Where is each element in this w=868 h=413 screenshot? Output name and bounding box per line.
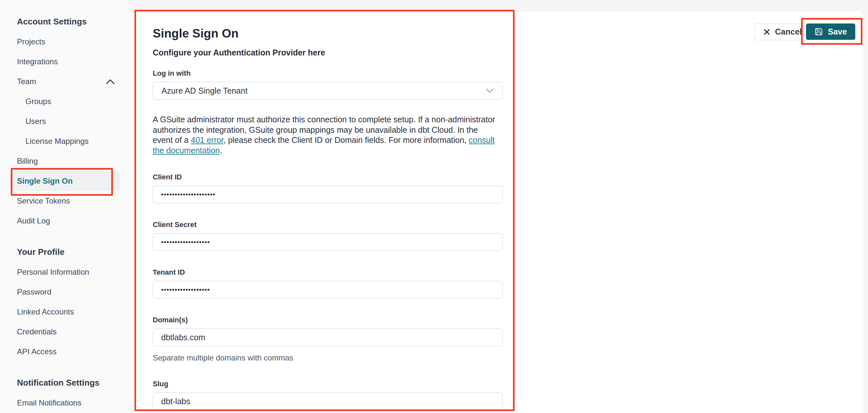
sidebar-item-single-sign-on[interactable]: Single Sign On <box>10 171 120 191</box>
provider-description: A GSuite administrator must authorize th… <box>153 115 499 156</box>
401-error-link[interactable]: 401 error <box>191 135 223 145</box>
client-secret-input[interactable] <box>153 233 502 251</box>
slug-group: Slug <box>153 380 502 410</box>
sidebar-item-billing[interactable]: Billing <box>10 151 120 171</box>
client-secret-group: Client Secret <box>153 221 502 251</box>
sso-form: Single Sign On Configure your Authentica… <box>153 11 502 410</box>
page-subtitle: Configure your Authentication Provider h… <box>153 48 502 57</box>
sidebar-item-integrations[interactable]: Integrations <box>10 52 120 71</box>
sidebar-item-email-notifications[interactable]: Email Notifications <box>10 393 120 413</box>
client-id-label: Client ID <box>153 173 502 181</box>
chevron-down-icon <box>486 88 494 93</box>
domains-helper-text: Separate multiple domains with commas <box>153 353 502 362</box>
sidebar-section-your-profile: Your Profile <box>0 242 131 262</box>
sidebar-item-password[interactable]: Password <box>10 282 120 302</box>
sidebar-item-audit-log[interactable]: Audit Log <box>10 211 120 231</box>
close-icon <box>764 29 770 35</box>
login-with-select[interactable]: Azure AD Single Tenant <box>153 82 502 100</box>
domains-label: Domain(s) <box>153 316 502 324</box>
slug-input[interactable] <box>153 392 502 410</box>
description-text: . <box>220 146 222 155</box>
page-title: Single Sign On <box>153 26 502 41</box>
sidebar-item-license-mappings[interactable]: License Mappings <box>10 131 120 151</box>
login-with-label: Log in with <box>153 69 502 77</box>
client-secret-label: Client Secret <box>153 221 502 229</box>
sidebar-item-projects[interactable]: Projects <box>10 32 120 52</box>
sidebar-item-api-access[interactable]: API Access <box>10 342 120 361</box>
client-id-group: Client ID <box>153 173 502 203</box>
tenant-id-label: Tenant ID <box>153 268 502 277</box>
save-floppy-icon <box>814 27 823 36</box>
client-id-input[interactable] <box>153 186 502 203</box>
sidebar-item-linked-accounts[interactable]: Linked Accounts <box>10 302 120 322</box>
domains-input[interactable] <box>153 328 502 346</box>
sidebar-item-service-tokens[interactable]: Service Tokens <box>10 191 120 211</box>
settings-content-card: Single Sign On Configure your Authentica… <box>131 11 863 413</box>
sidebar-item-team[interactable]: Team <box>10 71 120 91</box>
settings-sidebar: Account Settings Projects Integrations T… <box>0 0 131 413</box>
cancel-button[interactable]: Cancel <box>754 24 811 40</box>
login-with-group: Log in with Azure AD Single Tenant <box>153 69 502 100</box>
sidebar-item-groups[interactable]: Groups <box>10 91 120 111</box>
description-text: , please check the Client ID or Domain f… <box>223 135 469 145</box>
sidebar-section-notification-settings: Notification Settings <box>0 373 131 393</box>
sidebar-item-label: Team <box>17 77 36 86</box>
chevron-up-icon <box>106 79 115 84</box>
sidebar-item-users[interactable]: Users <box>10 111 120 131</box>
tenant-id-group: Tenant ID <box>153 268 502 298</box>
cancel-button-label: Cancel <box>775 27 802 36</box>
sidebar-section-account-settings: Account Settings <box>0 12 131 32</box>
sidebar-item-personal-information[interactable]: Personal Information <box>10 262 120 282</box>
slug-label: Slug <box>153 380 502 388</box>
login-with-selected-value: Azure AD Single Tenant <box>161 86 248 96</box>
tenant-id-input[interactable] <box>153 281 502 298</box>
sidebar-item-credentials[interactable]: Credentials <box>10 322 120 342</box>
domains-group: Domain(s) Separate multiple domains with… <box>153 316 502 362</box>
save-button[interactable]: Save <box>806 24 855 40</box>
save-button-label: Save <box>828 27 847 36</box>
